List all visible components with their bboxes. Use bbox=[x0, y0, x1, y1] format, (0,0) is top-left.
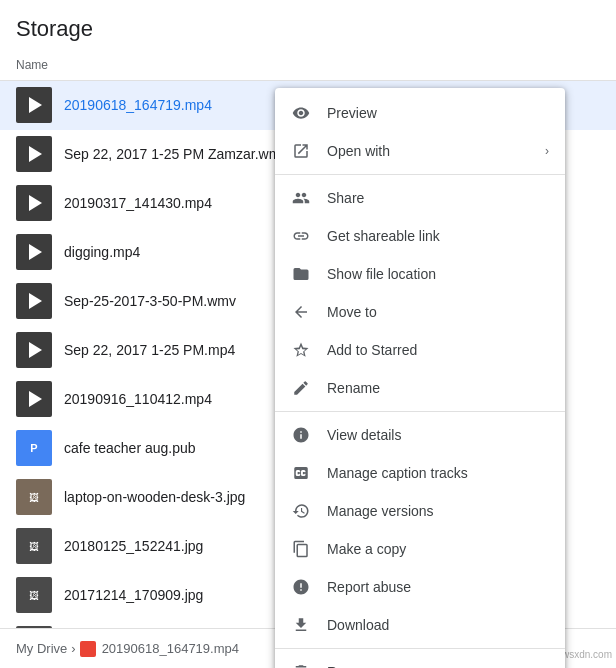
file-icon bbox=[16, 332, 52, 368]
menu-item-get-link[interactable]: Get shareable link bbox=[275, 217, 565, 255]
file-name: Sep 22, 2017 1-25 PM.mp4 bbox=[64, 342, 235, 358]
menu-item-label: View details bbox=[327, 427, 549, 443]
info-icon bbox=[291, 425, 311, 445]
menu-item-report-abuse[interactable]: Report abuse bbox=[275, 568, 565, 606]
file-name: cafe teacher aug.pub bbox=[64, 440, 196, 456]
preview-icon bbox=[291, 103, 311, 123]
open-with-icon bbox=[291, 141, 311, 161]
share-icon bbox=[291, 188, 311, 208]
file-name: laptop-on-wooden-desk-3.jpg bbox=[64, 489, 245, 505]
menu-item-share[interactable]: Share bbox=[275, 179, 565, 217]
menu-item-label: Download bbox=[327, 617, 549, 633]
file-icon: P bbox=[16, 430, 52, 466]
file-name: 20190618_164719.mp4 bbox=[64, 97, 212, 113]
report-icon bbox=[291, 577, 311, 597]
file-name: 20171214_170909.jpg bbox=[64, 587, 203, 603]
breadcrumb-drive: My Drive bbox=[16, 641, 67, 656]
menu-item-label: Make a copy bbox=[327, 541, 549, 557]
column-header: Name bbox=[0, 50, 616, 81]
menu-item-preview[interactable]: Preview bbox=[275, 94, 565, 132]
menu-divider bbox=[275, 411, 565, 412]
rename-icon bbox=[291, 378, 311, 398]
file-name: 20190916_110412.mp4 bbox=[64, 391, 212, 407]
menu-item-label: Manage caption tracks bbox=[327, 465, 549, 481]
file-icon bbox=[16, 136, 52, 172]
file-name: digging.mp4 bbox=[64, 244, 140, 260]
menu-item-label: Get shareable link bbox=[327, 228, 549, 244]
menu-item-rename[interactable]: Rename bbox=[275, 369, 565, 407]
submenu-arrow-icon: › bbox=[545, 144, 549, 158]
link-icon bbox=[291, 226, 311, 246]
menu-item-label: Move to bbox=[327, 304, 549, 320]
context-menu: Preview Open with › Share Get shareable … bbox=[275, 88, 565, 668]
menu-item-view-details[interactable]: View details bbox=[275, 416, 565, 454]
trash-icon bbox=[291, 662, 311, 668]
file-icon: 🖼 bbox=[16, 577, 52, 613]
captions-icon bbox=[291, 463, 311, 483]
watermark: wsxdn.com bbox=[562, 649, 612, 660]
file-icon bbox=[16, 234, 52, 270]
menu-item-download[interactable]: Download bbox=[275, 606, 565, 644]
page-title: Storage bbox=[0, 0, 616, 50]
menu-divider bbox=[275, 648, 565, 649]
file-name: Sep 22, 2017 1-25 PM Zamzar.wmv bbox=[64, 146, 287, 162]
file-icon bbox=[16, 185, 52, 221]
file-icon: 🖼 bbox=[16, 528, 52, 564]
menu-item-open-with[interactable]: Open with › bbox=[275, 132, 565, 170]
menu-item-show-location[interactable]: Show file location bbox=[275, 255, 565, 293]
menu-item-caption-tracks[interactable]: Manage caption tracks bbox=[275, 454, 565, 492]
menu-item-make-copy[interactable]: Make a copy bbox=[275, 530, 565, 568]
menu-item-label: Add to Starred bbox=[327, 342, 549, 358]
name-column-header: Name bbox=[16, 58, 48, 72]
menu-item-label: Preview bbox=[327, 105, 549, 121]
file-name: 20180125_152241.jpg bbox=[64, 538, 203, 554]
file-icon bbox=[16, 87, 52, 123]
versions-icon bbox=[291, 501, 311, 521]
menu-divider bbox=[275, 174, 565, 175]
star-icon bbox=[291, 340, 311, 360]
file-name: 20190317_141430.mp4 bbox=[64, 195, 212, 211]
file-icon bbox=[16, 283, 52, 319]
menu-item-label: Open with bbox=[327, 143, 545, 159]
move-icon bbox=[291, 302, 311, 322]
menu-item-label: Remove bbox=[327, 664, 549, 668]
menu-item-label: Share bbox=[327, 190, 549, 206]
folder-icon bbox=[291, 264, 311, 284]
copy-icon bbox=[291, 539, 311, 559]
menu-item-add-starred[interactable]: Add to Starred bbox=[275, 331, 565, 369]
file-name: Sep-25-2017-3-50-PM.wmv bbox=[64, 293, 236, 309]
menu-item-label: Report abuse bbox=[327, 579, 549, 595]
download-icon bbox=[291, 615, 311, 635]
breadcrumb-current: 20190618_164719.mp4 bbox=[80, 641, 239, 657]
file-icon: 🖼 bbox=[16, 479, 52, 515]
file-icon bbox=[16, 381, 52, 417]
breadcrumb-filename: 20190618_164719.mp4 bbox=[102, 641, 239, 656]
menu-item-remove[interactable]: Remove bbox=[275, 653, 565, 668]
menu-item-label: Rename bbox=[327, 380, 549, 396]
menu-item-manage-versions[interactable]: Manage versions bbox=[275, 492, 565, 530]
menu-item-label: Show file location bbox=[327, 266, 549, 282]
video-file-icon bbox=[80, 641, 96, 657]
menu-item-move-to[interactable]: Move to bbox=[275, 293, 565, 331]
menu-item-label: Manage versions bbox=[327, 503, 549, 519]
breadcrumb-separator: › bbox=[71, 641, 75, 656]
